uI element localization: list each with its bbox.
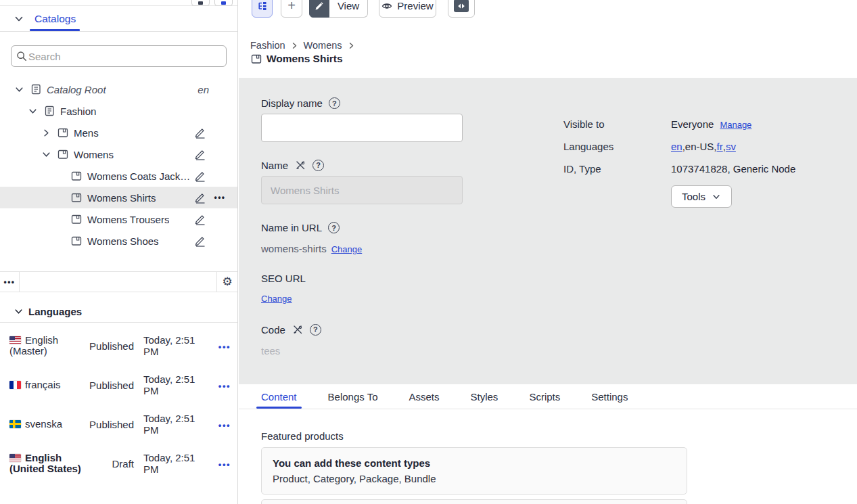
languages-section-header[interactable]: Languages [0, 301, 237, 323]
status-label: Published [85, 340, 138, 352]
chevron-down-icon[interactable] [27, 106, 38, 116]
ellipsis-icon [218, 381, 231, 391]
node-icon [250, 53, 262, 65]
tree-item-womens[interactable]: Womens [0, 143, 237, 165]
language-link-en[interactable]: en [671, 141, 682, 152]
edit-mode-button[interactable] [309, 0, 329, 18]
tab-styles[interactable]: Styles [471, 384, 499, 409]
languages-row: Languages en,en-US,fr,sv [563, 141, 848, 152]
language-row-francais[interactable]: français Published Today, 2:51 PM [0, 367, 237, 403]
node-icon [57, 127, 69, 139]
node-icon [57, 148, 69, 160]
tab-catalogs[interactable]: Catalogs [34, 13, 76, 25]
tab-settings[interactable]: Settings [591, 384, 628, 409]
properties-panel: Display name ? Name ? Name in URL ? wome… [239, 78, 857, 384]
language-code: en [198, 84, 209, 95]
chevron-down-icon [712, 192, 721, 202]
help-icon[interactable]: ? [312, 160, 324, 171]
window-toolbar-button-1[interactable] [191, 0, 210, 6]
next-field-box-partial[interactable] [261, 499, 687, 504]
tab-content[interactable]: Content [261, 384, 297, 409]
breadcrumb-item-womens[interactable]: Womens [304, 40, 342, 51]
language-menu-button[interactable] [218, 340, 231, 352]
language-row-english-master[interactable]: English (Master) Published Today, 2:51 P… [0, 328, 237, 363]
window-toolbar-button-2[interactable] [214, 0, 233, 6]
ellipsis-icon [214, 193, 225, 202]
language-row-english-us[interactable]: English (United States) Draft Today, 2:5… [0, 446, 237, 481]
manage-access-link[interactable]: Manage [720, 120, 751, 130]
content-types-hint-box[interactable]: You can add these content types Product,… [261, 447, 687, 495]
tree-footer-bar: ⚙ [0, 271, 237, 292]
tree-view-icon [257, 1, 268, 12]
name-in-url-value-row: womens-shirts Change [261, 243, 463, 254]
language-name: français [25, 379, 61, 390]
change-seo-url-link[interactable]: Change [261, 294, 292, 304]
chevron-down-icon[interactable] [14, 306, 24, 317]
compose-icon [314, 1, 325, 12]
search-input[interactable] [28, 51, 221, 62]
id-type-value: 1073741828, Generic Node [671, 163, 795, 175]
name-in-url-label: Name in URL [261, 222, 322, 233]
chevron-down-icon[interactable] [14, 85, 24, 95]
tree-item-womens-shoes[interactable]: Womens Shoes [0, 230, 237, 252]
tab-belongs-to[interactable]: Belongs To [328, 384, 378, 409]
edit-icon[interactable] [194, 235, 206, 247]
search-box[interactable] [11, 45, 227, 67]
preview-button[interactable]: Preview [379, 0, 436, 18]
tree-view-button[interactable] [252, 0, 273, 18]
tree-item-womens-coats-jackets[interactable]: Womens Coats Jacke... [0, 165, 237, 187]
edit-icon[interactable] [194, 213, 206, 225]
chevron-down-icon[interactable] [14, 14, 24, 24]
catalogs-header: Catalogs [0, 6, 237, 32]
language-menu-button[interactable] [218, 380, 231, 391]
chevron-down-icon[interactable] [41, 150, 51, 160]
tree-item-mens[interactable]: Mens [0, 122, 237, 143]
expand-button[interactable] [448, 0, 475, 18]
display-name-input[interactable] [261, 114, 463, 142]
node-icon [70, 213, 83, 225]
tree-item-womens-shirts[interactable]: Womens Shirts [0, 187, 237, 208]
language-menu-button[interactable] [218, 419, 231, 430]
help-icon[interactable]: ? [310, 324, 321, 336]
change-name-in-url-link[interactable]: Change [331, 244, 363, 254]
settings-icon [198, 1, 203, 5]
info-column: Visible to Everyone Manage Languages en,… [563, 118, 848, 208]
view-button[interactable]: View [329, 0, 368, 18]
timestamp: Today, 2:51 PM [138, 373, 211, 396]
help-icon[interactable]: ? [328, 222, 340, 233]
tab-assets[interactable]: Assets [409, 384, 440, 409]
not-editable-icon [294, 159, 306, 171]
more-actions-button[interactable] [0, 272, 20, 292]
language-link-fr[interactable]: fr [717, 141, 723, 152]
pin-icon [221, 1, 226, 5]
breadcrumb-item-fashion[interactable]: Fashion [250, 40, 285, 51]
visible-to-row: Visible to Everyone Manage [563, 118, 848, 130]
language-menu-button[interactable] [218, 458, 231, 469]
timestamp: Today, 2:51 PM [138, 334, 211, 357]
visible-to-label: Visible to [563, 118, 671, 130]
tools-dropdown[interactable]: Tools [671, 185, 732, 208]
seo-url-value-row: Change [261, 294, 463, 304]
active-tab-underline [30, 29, 80, 31]
france-flag-icon [9, 381, 21, 389]
toolbar: + View Preview [252, 0, 475, 18]
chevron-right-icon[interactable] [41, 128, 51, 138]
tree-item-fashion[interactable]: Fashion [0, 100, 237, 122]
tab-scripts[interactable]: Scripts [529, 384, 560, 409]
edit-icon[interactable] [194, 148, 206, 160]
language-link-sv[interactable]: sv [726, 141, 736, 152]
plus-icon: + [287, 0, 296, 14]
context-menu-button[interactable] [213, 193, 227, 202]
settings-button[interactable]: ⚙ [216, 272, 237, 292]
tree-item-womens-trousers[interactable]: Womens Trousers [0, 208, 237, 230]
featured-products-label: Featured products [261, 430, 857, 442]
edit-icon[interactable] [194, 170, 206, 182]
language-row-svenska[interactable]: svenska Published Today, 2:51 PM [0, 407, 237, 442]
not-editable-icon [292, 323, 304, 336]
main-panel: + View Preview Fashion Womens Womens Shi… [239, 0, 857, 504]
edit-icon[interactable] [194, 127, 206, 139]
tree-item-catalog-root[interactable]: Catalog Root en [0, 78, 237, 100]
edit-icon[interactable] [194, 191, 206, 204]
add-button[interactable]: + [281, 0, 302, 18]
help-icon[interactable]: ? [329, 97, 340, 109]
